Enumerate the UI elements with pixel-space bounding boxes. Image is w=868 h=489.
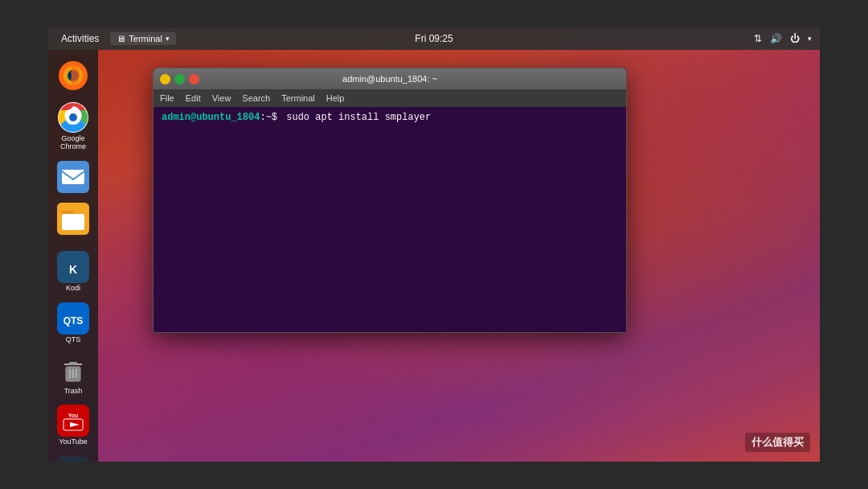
- network-icon[interactable]: ⇅: [754, 33, 762, 44]
- chevron-down-icon[interactable]: ▾: [808, 35, 812, 43]
- terminal-indicator[interactable]: 🖥 Terminal ▾: [110, 32, 176, 45]
- terminal-close-button[interactable]: [189, 74, 199, 84]
- sidebar-item-firefox[interactable]: [54, 56, 92, 95]
- svg-rect-7: [62, 170, 84, 184]
- terminal-window: admin@ubuntu_1804: ~ File Edit View Sear…: [153, 68, 627, 333]
- svg-text:K: K: [69, 263, 77, 276]
- activities-button[interactable]: Activities: [56, 31, 104, 46]
- amazon-icon: a: [57, 456, 89, 462]
- chrome-label: Google Chrome: [54, 135, 92, 151]
- terminal-menu-terminal[interactable]: Terminal: [281, 93, 315, 103]
- qts-label: QTS: [66, 336, 81, 344]
- terminal-indicator-label: Terminal: [129, 34, 162, 43]
- svg-text:QTS: QTS: [63, 315, 84, 327]
- terminal-body[interactable]: admin@ubuntu_1804:~$ sudo apt install sm…: [154, 107, 626, 332]
- sidebar-item-email[interactable]: [54, 158, 92, 196]
- sidebar-item-qts[interactable]: QTS QTS: [54, 299, 92, 347]
- sidebar-item-amazon[interactable]: a: [54, 453, 92, 462]
- sidebar-item-trash[interactable]: Trash: [54, 351, 92, 399]
- trash-icon: [57, 354, 89, 386]
- terminal-titlebar: admin@ubuntu_1804: ~: [154, 68, 626, 89]
- svg-rect-9: [62, 214, 84, 230]
- kodi-label: Kodi: [66, 285, 80, 293]
- top-panel-right: ⇅ 🔊 ⏻ ▾: [754, 33, 812, 44]
- terminal-title: admin@ubuntu_1804: ~: [342, 74, 437, 84]
- sidebar-dock: Google Chrome: [48, 50, 98, 462]
- volume-icon[interactable]: 🔊: [770, 33, 782, 44]
- svg-text:You: You: [68, 413, 79, 418]
- terminal-command-line: admin@ubuntu_1804:~$ sudo apt install sm…: [162, 112, 618, 123]
- terminal-minimize-button[interactable]: [160, 74, 170, 84]
- terminal-icon: 🖥: [117, 34, 125, 43]
- power-icon[interactable]: ⏻: [790, 33, 800, 44]
- firefox-icon: [57, 60, 89, 92]
- sidebar-item-kodi[interactable]: K Kodi: [54, 248, 92, 296]
- svg-rect-17: [69, 362, 77, 365]
- clock: Fri 09:25: [415, 33, 452, 44]
- terminal-menu-help[interactable]: Help: [326, 93, 345, 103]
- watermark: 什么值得买: [745, 433, 810, 452]
- terminal-prompt-user: admin@ubuntu_1804: [162, 112, 260, 123]
- terminal-controls: [160, 74, 199, 84]
- terminal-menu-file[interactable]: File: [160, 93, 174, 103]
- trash-label: Trash: [64, 388, 83, 396]
- top-panel-left: Activities 🖥 Terminal ▾: [56, 31, 176, 46]
- sidebar-item-youtube[interactable]: You YouTube: [54, 401, 92, 450]
- qts-icon: QTS: [57, 302, 89, 335]
- terminal-menubar: File Edit View Search Terminal Help: [154, 89, 626, 107]
- sidebar-item-google-chrome[interactable]: Google Chrome: [54, 98, 92, 154]
- chrome-icon: [57, 101, 89, 134]
- svg-rect-25: [57, 456, 89, 462]
- terminal-command-text: sudo apt install smplayer: [286, 112, 431, 123]
- top-panel: Activities 🖥 Terminal ▾ Fri 09:25 ⇅ 🔊 ⏻ …: [48, 27, 820, 50]
- monitor: Activities 🖥 Terminal ▾ Fri 09:25 ⇅ 🔊 ⏻ …: [0, 0, 868, 489]
- kodi-icon: K: [57, 251, 89, 283]
- files-icon: [57, 203, 89, 235]
- youtube-icon: You: [57, 405, 89, 437]
- email-icon: [57, 161, 89, 193]
- screen: Activities 🖥 Terminal ▾ Fri 09:25 ⇅ 🔊 ⏻ …: [48, 27, 820, 462]
- chevron-down-icon: ▾: [166, 35, 170, 43]
- youtube-label: YouTube: [59, 438, 87, 446]
- svg-point-5: [69, 113, 77, 121]
- terminal-menu-view[interactable]: View: [212, 93, 231, 103]
- sidebar-item-files[interactable]: [54, 199, 92, 238]
- time-display: Fri 09:25: [415, 33, 452, 44]
- terminal-menu-edit[interactable]: Edit: [186, 93, 201, 103]
- terminal-maximize-button[interactable]: [174, 74, 185, 84]
- terminal-menu-search[interactable]: Search: [242, 93, 270, 103]
